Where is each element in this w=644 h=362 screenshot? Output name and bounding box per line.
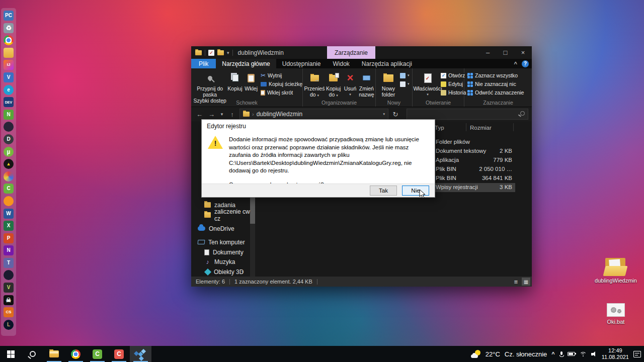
orange-app-icon[interactable] <box>4 196 14 206</box>
chrome-icon[interactable] <box>4 35 14 45</box>
virtualbox-icon[interactable]: V <box>4 72 14 82</box>
league-of-legends-icon[interactable]: L <box>4 320 14 330</box>
properties-check-icon[interactable]: ✓ <box>208 50 214 56</box>
sidebar-item-this-pc[interactable]: Ten komputer <box>191 237 251 247</box>
details-view-button[interactable]: ≣ <box>512 278 520 286</box>
help-icon[interactable]: ? <box>522 60 529 67</box>
speaker-icon[interactable] <box>591 351 597 357</box>
breadcrumb-folder[interactable]: dublingWiedzmin <box>257 111 302 118</box>
desktop-icon-dublingwiedzmin[interactable]: dublingWiedzmin <box>593 258 639 284</box>
select-none-button[interactable]: Nie zaznaczaj nic <box>467 80 524 88</box>
pin-to-quick-access-button[interactable]: Przypnij do paska Szybki dostęp <box>193 70 226 104</box>
weather-icon[interactable] <box>471 349 481 358</box>
cut-button[interactable]: ✂ Wytnij <box>261 71 302 79</box>
sidebar-item-3d-objects[interactable]: Obiekty 3D ▾ <box>191 267 251 277</box>
close-button[interactable]: × <box>514 46 532 59</box>
sidebar-item-zaliczenie[interactable]: zaliczenie cw cz <box>191 210 251 220</box>
multicolor-app-icon[interactable] <box>4 171 14 182</box>
teams-icon[interactable]: T <box>4 258 14 268</box>
desktop-icon-oki-bat[interactable]: Oki.bat <box>593 303 639 325</box>
excel-icon[interactable]: X <box>4 221 14 231</box>
this-pc-icon[interactable]: PC <box>4 11 14 21</box>
wifi-icon[interactable] <box>580 352 587 356</box>
manage-contextual-tab[interactable]: Zarządzanie <box>327 46 375 59</box>
intellij-idea-icon[interactable]: IJ <box>4 60 14 70</box>
copy-to-button[interactable]: Kopiuj do ▾ <box>324 70 343 99</box>
new-folder-icon[interactable] <box>217 50 224 55</box>
column-header-size[interactable]: Rozmiar <box>470 125 492 131</box>
csgo-icon[interactable]: CS <box>4 307 14 317</box>
game-app-icon[interactable] <box>4 270 14 280</box>
taskbar-search-button[interactable] <box>22 346 43 362</box>
refresh-icon[interactable]: ↻ <box>391 111 400 118</box>
tray-temperature[interactable]: 22°C <box>486 350 500 358</box>
tab-home[interactable]: Narzędzia główne <box>216 59 276 68</box>
sidebar-scrollbar-thumb[interactable] <box>250 197 255 224</box>
tray-weather-condition[interactable]: Cz. słonecznie <box>505 350 547 358</box>
taskbar-clock[interactable]: 12:49 11.08.2021 <box>602 347 629 360</box>
onenote-icon[interactable]: N <box>4 245 14 255</box>
move-to-button[interactable]: → Przenieś do ▾ <box>305 70 324 99</box>
word-icon[interactable]: W <box>4 209 14 219</box>
sidebar-item-onedrive[interactable]: OneDrive <box>191 224 251 233</box>
discord-icon[interactable]: D <box>4 134 14 144</box>
path-breadcrumb[interactable]: › dublingWiedzmin ▾ <box>239 109 388 120</box>
up-button[interactable]: ↑ <box>227 111 237 118</box>
tab-file[interactable]: Plik <box>191 59 216 68</box>
folder-icon[interactable] <box>195 50 202 55</box>
chevron-down-icon[interactable]: ▾ <box>242 269 244 274</box>
sidebar-item-documents[interactable]: Dokumenty <box>191 247 251 257</box>
dropdown-arrow-icon[interactable]: ▾ <box>227 50 229 55</box>
properties-button[interactable]: ✓ Właściwości ▾ <box>415 70 441 98</box>
powerpoint-icon[interactable]: P <box>4 233 14 243</box>
recent-locations-icon[interactable]: ▾ <box>219 112 225 117</box>
title-bar[interactable]: ✓ ▾ dublingWiedzmin Zarządzanie – □ × <box>191 46 532 59</box>
tab-application-tools[interactable]: Narzędzia aplikacji <box>356 59 418 68</box>
battery-icon[interactable] <box>568 352 575 356</box>
sidebar-item-music[interactable]: ♪ Muzyka <box>191 257 251 266</box>
new-item-button[interactable]: ▾ <box>400 71 410 79</box>
paste-button[interactable]: Wklej <box>244 70 259 92</box>
maximize-button[interactable]: □ <box>497 46 514 59</box>
taskbar-explorer-button[interactable] <box>43 346 65 362</box>
rename-button[interactable]: Zmień nazwę <box>358 70 375 98</box>
folder-icon[interactable] <box>4 48 14 58</box>
search-input[interactable] <box>407 109 528 120</box>
edge-icon[interactable]: e <box>4 85 14 95</box>
utorrent-icon[interactable]: µ <box>4 147 14 157</box>
gta5-icon[interactable]: V <box>4 283 14 293</box>
forward-button[interactable]: → <box>207 111 216 118</box>
taskbar-chrome-button[interactable] <box>65 346 87 362</box>
dev-cpp-icon[interactable]: DEV <box>4 97 14 107</box>
easy-access-button[interactable]: ▾ <box>400 80 410 88</box>
aimp-icon[interactable]: ▲ <box>4 159 14 169</box>
invert-selection-button[interactable]: Odwróć zaznaczenie <box>467 88 524 97</box>
column-header-type[interactable]: Typ <box>435 125 444 131</box>
select-all-button[interactable]: Zaznacz wszystko <box>467 71 524 79</box>
taskbar-registry-editor-button[interactable] <box>130 346 151 362</box>
copy-path-button[interactable]: Kopiuj ścieżkę <box>261 80 302 88</box>
cod-ghosts-icon[interactable]: ☠ <box>4 295 14 305</box>
tab-view[interactable]: Widok <box>327 59 355 68</box>
address-dropdown-icon[interactable]: ▾ <box>383 112 385 116</box>
thumbnails-view-button[interactable]: ▦ <box>522 278 530 286</box>
paste-shortcut-button[interactable]: Wklej skrót <box>261 88 302 97</box>
tab-share[interactable]: Udostępnianie <box>276 59 327 68</box>
notes-app-icon[interactable]: N <box>4 110 14 120</box>
taskbar-camtasia-button[interactable]: C <box>87 346 108 362</box>
minimize-button[interactable]: – <box>479 46 497 59</box>
yes-button[interactable]: Tak <box>370 186 397 196</box>
delete-button[interactable]: × Usuń ▾ <box>343 70 357 98</box>
recycle-bin-icon[interactable]: ♻ <box>4 23 14 33</box>
tray-overflow-chevron-icon[interactable]: ^ <box>551 351 554 357</box>
collapse-ribbon-icon[interactable]: ^ <box>514 61 517 67</box>
microphone-icon[interactable] <box>559 351 563 357</box>
copy-button[interactable]: Kopiuj <box>226 70 243 92</box>
taskbar-camtasia-recorder-button[interactable]: C <box>108 346 130 362</box>
tor-browser-icon[interactable] <box>4 122 14 132</box>
back-button[interactable]: ← <box>195 111 204 118</box>
action-center-icon[interactable] <box>633 351 641 357</box>
start-button[interactable] <box>0 346 22 362</box>
camtasia-icon[interactable]: C <box>4 184 14 194</box>
new-folder-button[interactable]: Nowy folder <box>378 70 399 98</box>
